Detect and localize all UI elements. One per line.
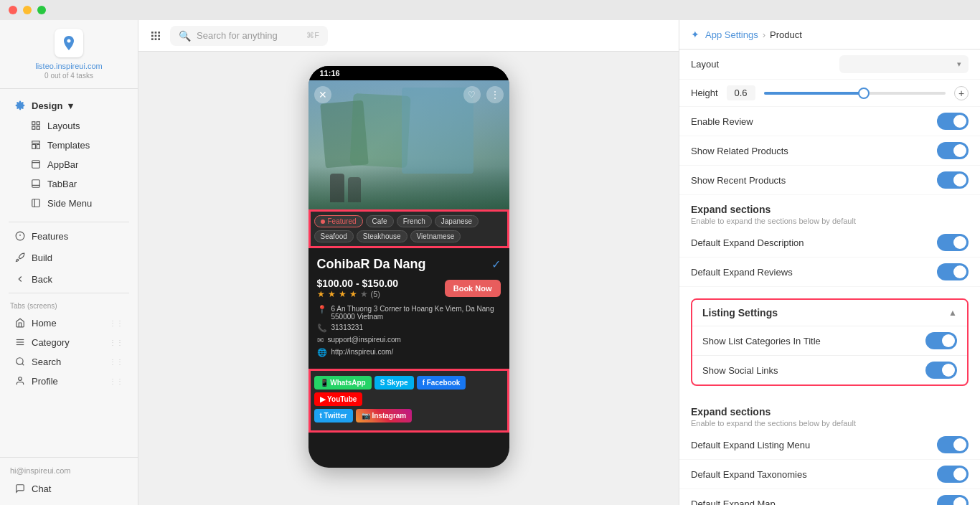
show-social-links-toggle[interactable] [925, 362, 957, 379]
tabbar-icon [30, 178, 42, 189]
enable-review-label: Enable Review [691, 116, 753, 127]
default-expand-map-label: Default Expand Map [691, 499, 776, 506]
star-1: ★ [317, 289, 325, 299]
grid-icon[interactable] [150, 30, 161, 42]
profile-label: Profile [32, 376, 58, 387]
default-expand-reviews-row: Default Expand Reviews [679, 258, 980, 287]
tabs-section-label: Tabs (screens) [0, 299, 138, 313]
default-expand-listing-menu-label: Default Expand Listing Menu [691, 440, 810, 450]
social-instagram-btn[interactable]: 📷 Instagram [356, 409, 413, 423]
tag-cafe[interactable]: Cafe [366, 215, 394, 227]
social-youtube-btn[interactable]: ▶ YouTube [314, 392, 363, 406]
height-plus-btn[interactable]: + [954, 86, 969, 100]
sidebar-header: listeo.inspireui.com 0 out of 4 tasks [0, 20, 138, 89]
svg-rect-8 [32, 161, 40, 169]
phone-review-count: (5) [371, 290, 380, 298]
tabs-section: Tabs (screens) Home ⋮⋮ Category ⋮⋮ [0, 296, 138, 457]
default-expand-listing-menu-toggle[interactable] [937, 436, 969, 453]
sidebar-item-back[interactable]: Back [4, 269, 133, 289]
sidebar-item-build[interactable]: Build [4, 247, 133, 268]
tag-japanese[interactable]: Japanese [435, 215, 479, 227]
default-expand-map-toggle[interactable] [937, 495, 969, 505]
listing-settings-header[interactable]: Listing Settings ▲ [692, 300, 967, 326]
height-slider-thumb[interactable] [858, 88, 870, 99]
chat-icon [14, 483, 26, 494]
svg-rect-29 [151, 38, 154, 40]
sidebar-item-templates[interactable]: Templates [4, 136, 133, 154]
maximize-dot[interactable] [37, 6, 46, 14]
tab-search[interactable]: Search ⋮⋮ [4, 352, 133, 371]
svg-rect-2 [37, 122, 39, 125]
height-slider[interactable] [764, 86, 946, 100]
tag-featured[interactable]: Featured [314, 215, 363, 227]
social-twitter-btn[interactable]: t Twitter [314, 409, 353, 423]
sidebar-item-sidemenu[interactable]: Side Menu [4, 194, 133, 212]
sidebar-item-layouts[interactable]: Layouts [4, 116, 133, 135]
phone-stars: ★ ★ ★ ★ ★ (5) [317, 289, 399, 299]
sidebar-item-tabbar[interactable]: TabBar [4, 174, 133, 193]
star-4: ★ [349, 289, 357, 299]
main-content: 🔍 Search for anything ⌘F 11:16 [138, 20, 679, 505]
default-expand-desc-toggle[interactable] [937, 234, 969, 251]
phone-heart-btn[interactable]: ♡ [463, 86, 481, 103]
tag-dot [321, 220, 325, 224]
phone-status-bar: 11:16 [308, 66, 509, 80]
layout-select[interactable]: ▾ [839, 55, 969, 73]
tag-seafood-label: Seafood [321, 232, 347, 240]
default-expand-taxonomies-toggle[interactable] [937, 466, 969, 483]
search-bar[interactable]: 🔍 Search for anything ⌘F [170, 26, 328, 46]
category-label: Category [32, 337, 70, 348]
right-panel: ✦ App Settings › Product Layout ▾ Height… [679, 20, 980, 505]
titlebar [0, 0, 980, 20]
tag-french[interactable]: French [397, 215, 432, 227]
phone-book-btn[interactable]: Book Now [445, 280, 501, 297]
star-5: ★ [360, 289, 368, 299]
phone-mockup: 11:16 ✕ ♡ ⋮ [308, 66, 509, 468]
spacer [679, 287, 980, 293]
expand-section-1-header: Expand sections Enable to expand the sec… [679, 195, 980, 228]
social-skype-btn[interactable]: S Skype [374, 376, 414, 390]
svg-rect-25 [158, 32, 160, 34]
show-recent-row: Show Recent Products [679, 166, 980, 195]
tag-steakhouse[interactable]: Steakhouse [357, 230, 407, 242]
social-whatsapp-btn[interactable]: 📱 WhatsApp [314, 376, 372, 390]
tag-seafood[interactable]: Seafood [314, 230, 354, 242]
sidebar-item-features[interactable]: Features [4, 226, 133, 246]
tag-vietnamese[interactable]: Vietnamese [410, 230, 461, 242]
tag-vietnamese-label: Vietnamese [417, 232, 455, 240]
show-related-row: Show Related Products [679, 136, 980, 166]
tab-category[interactable]: Category ⋮⋮ [4, 333, 133, 351]
address-icon: 📍 [317, 305, 327, 314]
layout-row: Layout ▾ [679, 49, 980, 80]
social-facebook-btn[interactable]: f Facebook [417, 376, 466, 390]
show-list-categories-toggle[interactable] [925, 332, 957, 349]
phone-more-btn[interactable]: ⋮ [486, 86, 504, 103]
sidebar-item-chat[interactable]: Chat [4, 478, 133, 499]
sidebar-url: listeo.inspireui.com [35, 62, 103, 70]
expand-section-2-desc: Enable to expand the sections below by d… [691, 419, 969, 428]
phone-close-btn[interactable]: ✕ [314, 86, 331, 103]
toolbar-search-icon: 🔍 [179, 30, 191, 42]
enable-review-row: Enable Review [679, 107, 980, 136]
height-label: Height [691, 88, 718, 98]
default-expand-reviews-toggle[interactable] [937, 263, 969, 280]
show-recent-label: Show Recent Products [691, 175, 786, 186]
phone-website: http://inspireui.com/ [331, 348, 394, 356]
svg-rect-30 [155, 38, 157, 40]
close-dot[interactable] [9, 6, 17, 14]
breadcrumb: App Settings › Product [705, 29, 802, 40]
minimize-dot[interactable] [23, 6, 32, 14]
tab-home[interactable]: Home ⋮⋮ [4, 313, 133, 332]
sidebar-item-appbar[interactable]: AppBar [4, 155, 133, 174]
show-recent-toggle[interactable] [937, 171, 969, 189]
enable-review-toggle[interactable] [937, 113, 969, 130]
show-related-toggle[interactable] [937, 142, 969, 159]
tab-profile[interactable]: Profile ⋮⋮ [4, 372, 133, 390]
build-icon [14, 252, 26, 263]
breadcrumb-parent[interactable]: App Settings [705, 29, 758, 40]
tag-steakhouse-label: Steakhouse [363, 232, 401, 240]
listing-settings-chevron: ▲ [948, 308, 957, 318]
main-layout: listeo.inspireui.com 0 out of 4 tasks De… [0, 20, 980, 505]
tag-featured-label: Featured [328, 217, 357, 225]
show-list-categories-label: Show List Categories In Title [702, 336, 821, 346]
